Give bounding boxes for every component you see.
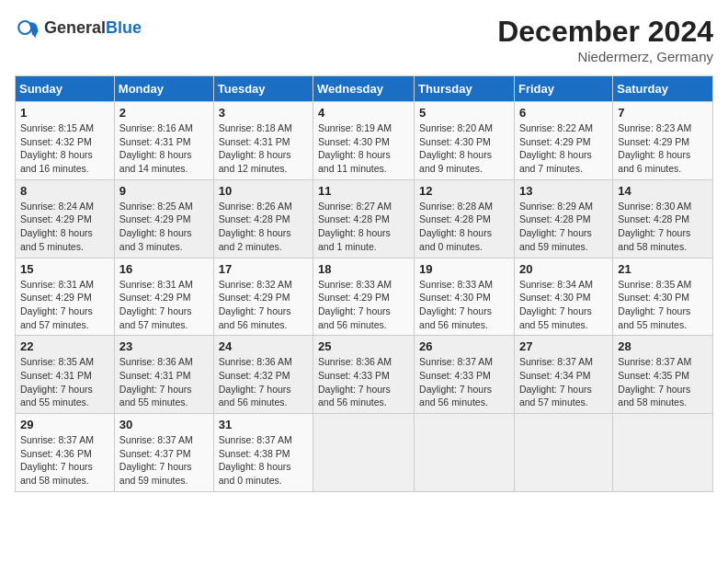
day-number: 23: [119, 339, 209, 353]
calendar-week-row: 1 Sunrise: 8:15 AM Sunset: 4:32 PM Dayli…: [16, 102, 713, 180]
col-sunday: Sunday: [16, 76, 115, 102]
day-info: Sunrise: 8:16 AM Sunset: 4:31 PM Dayligh…: [119, 121, 209, 176]
day-info: Sunrise: 8:31 AM Sunset: 4:29 PM Dayligh…: [20, 278, 109, 332]
day-info: Sunrise: 8:35 AM Sunset: 4:30 PM Dayligh…: [618, 278, 708, 332]
calendar-cell: 24 Sunrise: 8:36 AM Sunset: 4:32 PM Dayl…: [213, 336, 313, 414]
calendar-cell: 12 Sunrise: 8:28 AM Sunset: 4:28 PM Dayl…: [415, 179, 515, 258]
day-info: Sunrise: 8:37 AM Sunset: 4:34 PM Dayligh…: [519, 355, 608, 409]
day-number: 13: [519, 184, 608, 198]
calendar-cell: 26 Sunrise: 8:37 AM Sunset: 4:33 PM Dayl…: [415, 336, 515, 414]
day-info: Sunrise: 8:37 AM Sunset: 4:38 PM Dayligh…: [219, 433, 308, 488]
day-info: Sunrise: 8:36 AM Sunset: 4:33 PM Dayligh…: [318, 355, 409, 409]
day-number: 28: [618, 339, 708, 353]
day-info: Sunrise: 8:35 AM Sunset: 4:31 PM Dayligh…: [20, 355, 109, 409]
calendar-cell: 23 Sunrise: 8:36 AM Sunset: 4:31 PM Dayl…: [114, 336, 213, 414]
day-info: Sunrise: 8:33 AM Sunset: 4:29 PM Dayligh…: [318, 278, 409, 332]
logo-general: General: [44, 18, 106, 37]
day-info: Sunrise: 8:37 AM Sunset: 4:35 PM Dayligh…: [618, 355, 708, 409]
day-number: 8: [20, 184, 109, 198]
day-number: 4: [318, 106, 409, 120]
day-info: Sunrise: 8:22 AM Sunset: 4:29 PM Dayligh…: [519, 121, 608, 176]
day-info: Sunrise: 8:24 AM Sunset: 4:29 PM Dayligh…: [20, 200, 109, 254]
calendar-cell: 30 Sunrise: 8:37 AM Sunset: 4:37 PM Dayl…: [114, 414, 213, 492]
day-info: Sunrise: 8:20 AM Sunset: 4:30 PM Dayligh…: [419, 121, 509, 176]
col-saturday: Saturday: [613, 76, 713, 102]
page-header: GeneralBlue December 2024 Niedermerz, Ge…: [15, 15, 713, 64]
day-number: 18: [318, 262, 409, 276]
day-number: 9: [119, 184, 209, 198]
day-info: Sunrise: 8:31 AM Sunset: 4:29 PM Dayligh…: [119, 278, 209, 332]
calendar-cell: [313, 414, 415, 492]
day-number: 17: [219, 262, 308, 276]
calendar-cell: [613, 414, 713, 492]
day-info: Sunrise: 8:32 AM Sunset: 4:29 PM Dayligh…: [219, 278, 308, 332]
col-thursday: Thursday: [415, 76, 515, 102]
day-number: 31: [219, 418, 308, 431]
calendar-week-row: 8 Sunrise: 8:24 AM Sunset: 4:29 PM Dayli…: [16, 179, 713, 258]
day-number: 25: [318, 339, 409, 353]
calendar-cell: 11 Sunrise: 8:27 AM Sunset: 4:28 PM Dayl…: [313, 179, 415, 258]
calendar-cell: 9 Sunrise: 8:25 AM Sunset: 4:29 PM Dayli…: [114, 179, 213, 258]
day-info: Sunrise: 8:37 AM Sunset: 4:37 PM Dayligh…: [119, 433, 209, 488]
calendar-week-row: 15 Sunrise: 8:31 AM Sunset: 4:29 PM Dayl…: [16, 258, 713, 336]
day-info: Sunrise: 8:26 AM Sunset: 4:28 PM Dayligh…: [219, 200, 308, 254]
day-info: Sunrise: 8:34 AM Sunset: 4:30 PM Dayligh…: [519, 278, 608, 332]
calendar-cell: 15 Sunrise: 8:31 AM Sunset: 4:29 PM Dayl…: [16, 258, 115, 336]
calendar-cell: 10 Sunrise: 8:26 AM Sunset: 4:28 PM Dayl…: [213, 179, 313, 258]
day-number: 19: [419, 262, 509, 276]
day-number: 24: [219, 339, 308, 353]
day-number: 16: [119, 262, 209, 276]
calendar-week-row: 29 Sunrise: 8:37 AM Sunset: 4:36 PM Dayl…: [16, 414, 713, 492]
calendar-cell: 6 Sunrise: 8:22 AM Sunset: 4:29 PM Dayli…: [514, 102, 612, 180]
day-number: 21: [618, 262, 708, 276]
day-info: Sunrise: 8:28 AM Sunset: 4:28 PM Dayligh…: [419, 200, 509, 254]
calendar-cell: 7 Sunrise: 8:23 AM Sunset: 4:29 PM Dayli…: [613, 102, 713, 180]
day-number: 20: [519, 262, 608, 276]
day-number: 29: [20, 418, 109, 431]
title-block: December 2024 Niedermerz, Germany: [497, 15, 713, 64]
calendar-header-row: Sunday Monday Tuesday Wednesday Thursday…: [16, 76, 713, 102]
day-number: 27: [519, 339, 608, 353]
calendar-cell: 20 Sunrise: 8:34 AM Sunset: 4:30 PM Dayl…: [514, 258, 612, 336]
day-number: 10: [219, 184, 308, 198]
day-info: Sunrise: 8:29 AM Sunset: 4:28 PM Dayligh…: [519, 200, 608, 254]
day-info: Sunrise: 8:30 AM Sunset: 4:28 PM Dayligh…: [618, 200, 708, 254]
calendar-table: Sunday Monday Tuesday Wednesday Thursday…: [15, 75, 713, 492]
calendar-cell: 13 Sunrise: 8:29 AM Sunset: 4:28 PM Dayl…: [514, 179, 612, 258]
day-number: 5: [419, 106, 509, 120]
day-number: 22: [20, 339, 109, 353]
day-number: 3: [219, 106, 308, 120]
day-number: 1: [20, 106, 109, 120]
calendar-cell: 19 Sunrise: 8:33 AM Sunset: 4:30 PM Dayl…: [415, 258, 515, 336]
calendar-week-row: 22 Sunrise: 8:35 AM Sunset: 4:31 PM Dayl…: [16, 336, 713, 414]
col-monday: Monday: [114, 76, 213, 102]
calendar-cell: 28 Sunrise: 8:37 AM Sunset: 4:35 PM Dayl…: [613, 336, 713, 414]
day-info: Sunrise: 8:36 AM Sunset: 4:32 PM Dayligh…: [219, 355, 308, 409]
calendar-cell: 8 Sunrise: 8:24 AM Sunset: 4:29 PM Dayli…: [16, 179, 115, 258]
day-info: Sunrise: 8:23 AM Sunset: 4:29 PM Dayligh…: [618, 121, 708, 176]
calendar-cell: 4 Sunrise: 8:19 AM Sunset: 4:30 PM Dayli…: [313, 102, 415, 180]
day-info: Sunrise: 8:36 AM Sunset: 4:31 PM Dayligh…: [119, 355, 209, 409]
day-info: Sunrise: 8:15 AM Sunset: 4:32 PM Dayligh…: [20, 121, 109, 176]
day-info: Sunrise: 8:37 AM Sunset: 4:33 PM Dayligh…: [419, 355, 509, 409]
col-tuesday: Tuesday: [213, 76, 313, 102]
calendar-cell: 1 Sunrise: 8:15 AM Sunset: 4:32 PM Dayli…: [16, 102, 115, 180]
day-number: 11: [318, 184, 409, 198]
calendar-cell: 5 Sunrise: 8:20 AM Sunset: 4:30 PM Dayli…: [415, 102, 515, 180]
logo-blue: Blue: [106, 18, 142, 37]
day-info: Sunrise: 8:33 AM Sunset: 4:30 PM Dayligh…: [419, 278, 509, 332]
calendar-cell: 18 Sunrise: 8:33 AM Sunset: 4:29 PM Dayl…: [313, 258, 415, 336]
col-wednesday: Wednesday: [313, 76, 415, 102]
calendar-cell: 29 Sunrise: 8:37 AM Sunset: 4:36 PM Dayl…: [16, 414, 115, 492]
location-subtitle: Niedermerz, Germany: [497, 49, 713, 64]
day-number: 30: [119, 418, 209, 431]
calendar-cell: [514, 414, 612, 492]
day-number: 26: [419, 339, 509, 353]
day-info: Sunrise: 8:25 AM Sunset: 4:29 PM Dayligh…: [119, 200, 209, 254]
day-info: Sunrise: 8:27 AM Sunset: 4:28 PM Dayligh…: [318, 200, 409, 254]
col-friday: Friday: [514, 76, 612, 102]
day-info: Sunrise: 8:18 AM Sunset: 4:31 PM Dayligh…: [219, 121, 308, 176]
calendar-cell: 31 Sunrise: 8:37 AM Sunset: 4:38 PM Dayl…: [213, 414, 313, 492]
month-year-title: December 2024: [497, 15, 713, 49]
day-number: 6: [519, 106, 608, 120]
